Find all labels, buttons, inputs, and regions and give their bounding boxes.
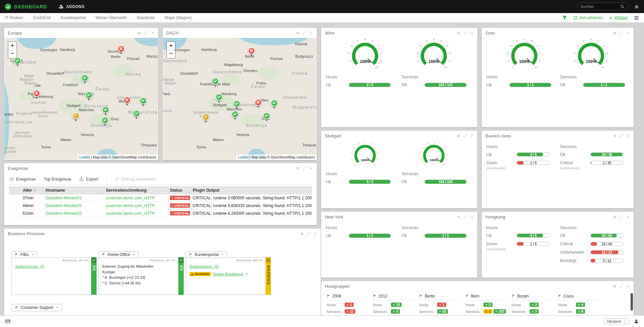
map-marker-ok[interactable] — [231, 110, 239, 121]
hostgroup-header[interactable]: 2008 — [327, 294, 367, 300]
col-header-servicebeschreibung[interactable]: Servicebeschreibung — [103, 187, 169, 194]
panel-close-icon[interactable] — [626, 31, 630, 35]
events-toolbar-top-ereignisse[interactable]: Top Ereignisse — [44, 177, 71, 182]
panel-close-icon[interactable] — [309, 167, 313, 170]
panel-expand-icon[interactable] — [620, 284, 623, 288]
badge-up[interactable]: 3 — [483, 303, 492, 307]
badge-check[interactable]: 52 — [437, 309, 448, 314]
search-icon[interactable] — [620, 4, 625, 9]
table-row[interactable]: 51minOutsideIn-Monitor02customer.demo.co… — [9, 210, 312, 217]
hostgroup-header[interactable]: 2012 — [373, 294, 414, 300]
map-marker-ok[interactable] — [132, 110, 140, 120]
map-marker-crit[interactable] — [254, 99, 262, 109]
map-marker-ok[interactable] — [81, 74, 89, 85]
col-header-alter[interactable]: Alter — [9, 187, 43, 194]
panel-close-icon[interactable] — [470, 31, 474, 35]
col-header-status[interactable]: Status — [169, 187, 190, 194]
panel-menu-icon[interactable] — [296, 167, 300, 170]
map-marker-warn[interactable] — [72, 112, 80, 123]
map-marker-ok[interactable] — [270, 100, 278, 110]
service-link[interactable]: customer.demo.com_HTTP — [106, 196, 155, 200]
hostgroup-header[interactable]: Bozen — [512, 294, 552, 300]
service-link[interactable]: customer.demo.com_HTTP — [106, 203, 155, 208]
badge-up[interactable]: 3 — [530, 303, 539, 307]
map-marker-ok[interactable] — [13, 57, 21, 68]
tab-wotan-ubersicht[interactable]: Wotan Übersicht — [96, 15, 126, 20]
map-marker-ok[interactable] — [233, 100, 241, 110]
hostname-link[interactable]: OutsideIn-Monitor03 — [46, 203, 82, 208]
badge-flash[interactable]: 11 — [345, 309, 355, 314]
panel-expand-icon[interactable] — [463, 31, 467, 35]
panel-menu-icon[interactable] — [457, 31, 460, 35]
badge-up[interactable]: 15 — [391, 303, 402, 307]
panel-close-icon[interactable] — [626, 215, 630, 219]
badge-check[interactable]: 3 — [530, 309, 539, 314]
events-toolbar-export[interactable]: Export — [79, 177, 98, 182]
service-link[interactable]: customer.demo.com_HTTP — [106, 211, 155, 216]
tab-kundenportal[interactable]: Kundenportal — [61, 15, 85, 20]
messages-icon[interactable] — [5, 319, 10, 324]
panel-close-icon[interactable] — [470, 134, 474, 138]
business-card-menu[interactable]: Kundenportal — [186, 251, 227, 258]
panel-expand-icon[interactable] — [620, 31, 623, 35]
leaflet-link[interactable]: Leaflet — [79, 155, 90, 159]
panel-menu-icon[interactable] — [457, 215, 460, 219]
events-toolbar-eintrag-bearbeiten[interactable]: Eintrag bearbeiten — [115, 177, 156, 182]
map-dach[interactable]: NederlandGroningenHamburgGdańskBydgoszcz… — [163, 38, 316, 160]
hostgroup-header[interactable]: Cisco — [558, 294, 599, 300]
badge-down[interactable]: 1 — [345, 303, 354, 307]
hostname-link[interactable]: OutsideIn-Monitor02 — [46, 211, 82, 216]
refresh-button[interactable]: Aktualisieren — [573, 15, 603, 20]
hostgroup-header[interactable]: Bern — [465, 294, 506, 300]
panel-close-icon[interactable] — [626, 134, 630, 138]
panel-expand-icon[interactable] — [620, 215, 623, 219]
panel-close-icon[interactable] — [313, 232, 317, 236]
customer-support-button[interactable]: Customer Support — [11, 304, 62, 311]
map-marker-crit[interactable] — [123, 96, 131, 107]
map-marker-ok[interactable] — [211, 77, 219, 88]
business-card-menu[interactable]: FiBu — [11, 251, 37, 258]
panel-menu-icon[interactable] — [457, 134, 460, 138]
panel-expand-icon[interactable] — [463, 134, 467, 138]
language-select[interactable]: Deutsch — [604, 318, 629, 324]
map-marker-ok[interactable] — [85, 91, 93, 102]
hostgroup-header[interactable]: Berlin — [419, 294, 460, 300]
badge-check[interactable]: 8 — [576, 309, 585, 314]
panel-close-icon[interactable] — [470, 215, 474, 219]
tab-maps-nagvis[interactable]: Maps (Nagvis) — [165, 15, 192, 20]
panel-expand-icon[interactable] — [620, 134, 623, 138]
zoom-in-button[interactable]: + — [8, 42, 16, 50]
zoom-out-button[interactable]: − — [167, 50, 175, 58]
panel-expand-icon[interactable] — [303, 31, 306, 35]
user-icon[interactable] — [634, 319, 639, 324]
tab-standorte[interactable]: Standorte — [136, 15, 155, 20]
tab-end2end[interactable]: End2End — [33, 15, 50, 20]
panel-expand-icon[interactable] — [463, 215, 467, 219]
panel-close-icon[interactable] — [626, 284, 630, 288]
add-widget-button[interactable]: Widget — [609, 15, 628, 20]
map-marker-ok[interactable] — [101, 116, 109, 127]
badge-check[interactable]: 103 — [493, 309, 506, 314]
zoom-out-button[interactable]: − — [8, 50, 16, 58]
panel-menu-icon[interactable] — [296, 31, 300, 35]
warning-item-link[interactable]: Online-Bestellung — [213, 272, 243, 276]
dashboard-logo[interactable]: DASHBOARD — [5, 3, 47, 10]
map-marker-ok[interactable] — [102, 106, 110, 116]
table-row[interactable]: 37minOutsideIn-Monitor01customer.demo.co… — [9, 194, 312, 202]
panel-menu-icon[interactable] — [613, 215, 617, 219]
panel-menu-icon[interactable] — [613, 134, 617, 138]
table-row[interactable]: 44minOutsideIn-Monitor03customer.demo.co… — [9, 202, 312, 210]
panel-expand-icon[interactable] — [307, 232, 310, 236]
business-card-menu[interactable]: Home-Office — [99, 251, 138, 258]
panel-close-icon[interactable] — [309, 31, 313, 35]
panel-menu-icon[interactable] — [300, 232, 304, 236]
panel-expand-icon[interactable] — [144, 31, 148, 35]
map-europa[interactable]: NederlandGroningenHamburgSzczecinPoznańW… — [4, 38, 158, 160]
subprocess-link[interactable]: Subprozesse: (6) — [189, 264, 219, 268]
leaflet-link[interactable]: Leaflet — [238, 155, 249, 159]
map-marker-ok[interactable] — [215, 93, 223, 104]
search-input[interactable] — [580, 4, 620, 9]
badge-down[interactable]: 1 — [437, 303, 446, 307]
collapse-header-icon[interactable] — [634, 4, 639, 9]
panel-scrollbar[interactable] — [631, 293, 633, 311]
